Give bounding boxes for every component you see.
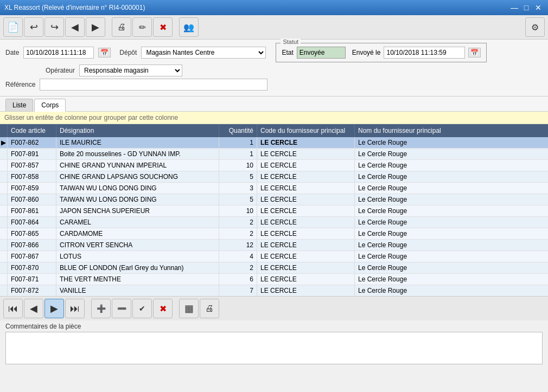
edit-button[interactable]: ✏ xyxy=(132,17,152,37)
users-button[interactable]: 👥 xyxy=(179,17,199,37)
table-row[interactable]: F007-870BLUE OF LONDON (Earl Grey du Yun… xyxy=(0,262,548,274)
col-code-header[interactable]: Code article xyxy=(8,124,56,137)
cell-quantite: 10 xyxy=(219,160,257,171)
forward-button[interactable]: ↪ xyxy=(44,17,64,37)
table-row[interactable]: F007-872VANILLE7LE CERCLELe Cercle Rouge xyxy=(0,285,548,297)
cell-code: F007-865 xyxy=(8,228,56,240)
table-row[interactable]: F007-865CARDAMOME2LE CERCLELe Cercle Rou… xyxy=(0,228,548,240)
table-row[interactable]: F007-867LOTUS4LE CERCLELe Cercle Rouge xyxy=(0,251,548,262)
nav-prev-button[interactable]: ◀ xyxy=(65,17,85,37)
cell-code: F007-891 xyxy=(8,149,56,160)
statut-legend: Statut xyxy=(281,38,301,45)
cell-designation: CHINE GRAND YUNNAN IMPERIAL xyxy=(56,160,219,171)
col-quantite-header[interactable]: Quantité xyxy=(219,124,257,137)
cell-nom_fournisseur: Le Cercle Rouge xyxy=(355,149,549,160)
print-button[interactable]: 🖨 xyxy=(112,17,131,37)
new-button[interactable]: 📄 xyxy=(3,17,23,37)
cell-nom_fournisseur: Le Cercle Rouge xyxy=(355,240,549,251)
row-arrow xyxy=(0,205,8,217)
cancel-row-button[interactable]: ✖ xyxy=(153,299,173,318)
cell-quantite: 12 xyxy=(219,240,257,251)
group-header: Glisser un entête de colonne pour groupe… xyxy=(0,112,548,124)
reference-input[interactable] xyxy=(40,79,267,91)
main-toolbar: 📄 ↩ ↪ ◀ ▶ 🖨 ✏ ✖ 👥 ⚙ xyxy=(0,15,548,40)
cell-designation: THE VERT MENTHE xyxy=(56,274,219,285)
cell-code_fournisseur: LE CERCLE xyxy=(257,194,355,205)
table-row[interactable]: ▶F007-862ILE MAURICE1LE CERCLELe Cercle … xyxy=(0,137,548,149)
etat-input[interactable] xyxy=(297,47,346,59)
row-arrow xyxy=(0,240,8,251)
row-arrow xyxy=(0,274,8,285)
minimize-button[interactable]: — xyxy=(509,2,520,13)
table-row[interactable]: F007-861JAPON SENCHA SUPERIEUR10LE CERCL… xyxy=(0,205,548,217)
col-nom-fournisseur-header[interactable]: Nom du fournisseur principal xyxy=(355,124,549,137)
add-row-button[interactable]: ➕ xyxy=(91,299,111,318)
row-arrow xyxy=(0,251,8,262)
col-arrow-header[interactable] xyxy=(0,124,8,137)
col-code-fournisseur-header[interactable]: Code du fournisseur principal xyxy=(257,124,355,137)
cell-quantite: 7 xyxy=(219,285,257,297)
cell-quantite: 4 xyxy=(219,251,257,262)
cell-nom_fournisseur: Le Cercle Rouge xyxy=(355,251,549,262)
cell-code: F007-870 xyxy=(8,262,56,274)
row-arrow xyxy=(0,160,8,171)
table-row[interactable]: F007-858CHINE GRAND LAPSANG SOUCHONG5LE … xyxy=(0,171,548,183)
depot-select[interactable]: Magasin Nantes Centre xyxy=(141,47,266,59)
back-button[interactable]: ↩ xyxy=(24,17,43,37)
cell-code_fournisseur: LE CERCLE xyxy=(257,149,355,160)
statut-cal-button[interactable]: 📅 xyxy=(468,48,481,57)
last-button[interactable]: ⏭ xyxy=(65,299,85,318)
cell-code: F007-867 xyxy=(8,251,56,262)
grid-button[interactable]: ▦ xyxy=(179,299,199,318)
print2-button[interactable]: 🖨 xyxy=(200,299,219,318)
row-arrow: ▶ xyxy=(0,137,8,149)
close-button[interactable]: ✕ xyxy=(533,2,544,13)
cell-code: F007-857 xyxy=(8,160,56,171)
comments-textarea[interactable] xyxy=(5,332,543,364)
form-area: Date 📅 Dépôt Magasin Nantes Centre Statu… xyxy=(0,40,548,97)
window-controls: — □ ✕ xyxy=(509,2,544,13)
table-row[interactable]: F007-891Boite 20 mousselines - GD YUNNAN… xyxy=(0,149,548,160)
row-arrow xyxy=(0,171,8,183)
row-arrow xyxy=(0,285,8,297)
cell-code: F007-860 xyxy=(8,194,56,205)
date-cal-button[interactable]: 📅 xyxy=(98,48,111,57)
cell-quantite: 2 xyxy=(219,217,257,228)
cell-designation: CARAMEL xyxy=(56,217,219,228)
first-button[interactable]: ⏮ xyxy=(3,299,23,318)
settings-button[interactable]: ⚙ xyxy=(525,17,545,37)
delete-button[interactable]: ✖ xyxy=(153,17,173,37)
table-row[interactable]: F007-866CITRON VERT SENCHA12LE CERCLELe … xyxy=(0,240,548,251)
table-row[interactable]: F007-859TAIWAN WU LONG DONG DING3LE CERC… xyxy=(0,183,548,194)
cell-nom_fournisseur: Le Cercle Rouge xyxy=(355,274,549,285)
maximize-button[interactable]: □ xyxy=(521,2,532,13)
remove-row-button[interactable]: ➖ xyxy=(112,299,131,318)
table-row[interactable]: F007-860TAIWAN WU LONG DONG DING5LE CERC… xyxy=(0,194,548,205)
date-input[interactable] xyxy=(23,47,94,59)
tab-liste[interactable]: Liste xyxy=(5,99,33,111)
row-arrow xyxy=(0,149,8,160)
reference-label: Référence xyxy=(5,81,35,88)
envoye-input[interactable] xyxy=(384,47,465,59)
table-row[interactable]: F007-864CARAMEL2LE CERCLELe Cercle Rouge xyxy=(0,217,548,228)
cell-code: F007-864 xyxy=(8,217,56,228)
operateur-label: Opérateur xyxy=(46,67,75,74)
cell-designation: ILE MAURICE xyxy=(56,137,219,149)
date-label: Date xyxy=(5,49,19,56)
prev-button[interactable]: ◀ xyxy=(24,299,43,318)
nav-next-button[interactable]: ▶ xyxy=(86,17,105,37)
operateur-select[interactable]: Responsable magasin xyxy=(79,65,182,76)
row-arrow xyxy=(0,183,8,194)
confirm-button[interactable]: ✔ xyxy=(132,299,152,318)
play-button[interactable]: ▶ xyxy=(44,299,64,318)
table-container[interactable]: Glisser un entête de colonne pour groupe… xyxy=(0,112,548,296)
tab-corps[interactable]: Corps xyxy=(34,99,66,112)
row-arrow xyxy=(0,217,8,228)
row-arrow xyxy=(0,262,8,274)
col-designation-header[interactable]: Désignation xyxy=(56,124,219,137)
cell-designation: VANILLE xyxy=(56,285,219,297)
cell-code: F007-872 xyxy=(8,285,56,297)
cell-nom_fournisseur: Le Cercle Rouge xyxy=(355,285,549,297)
table-row[interactable]: F007-857CHINE GRAND YUNNAN IMPERIAL10LE … xyxy=(0,160,548,171)
table-row[interactable]: F007-871THE VERT MENTHE6LE CERCLELe Cerc… xyxy=(0,274,548,285)
